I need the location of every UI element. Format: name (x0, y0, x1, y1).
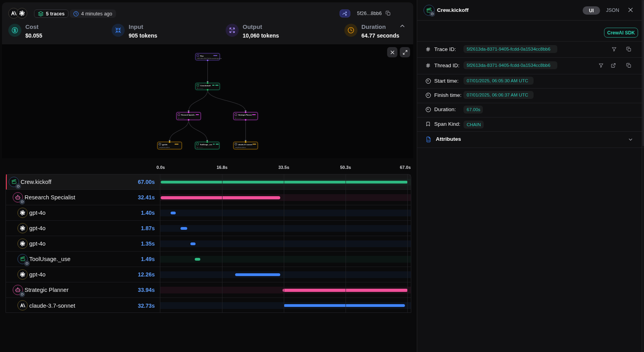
svg-text:ToolUsage._use: ToolUsage._use (200, 144, 213, 146)
svg-text:claude-3.7-sonnet: claude-3.7-sonnet (238, 144, 253, 146)
svg-text:a1b2c3d4-e5f6-47a8-the-wanderi: a1b2c3d4-e5f6-47a8-the-wandering-trace (197, 58, 222, 59)
svg-text:Research Speciali...: Research Speciali... (181, 114, 196, 116)
svg-text:◷ ———: ◷ ——— (178, 117, 184, 119)
svg-text:Crew.kickoff: Crew.kickoff (200, 85, 211, 87)
svg-text:completion-tokens: completion-tokens (159, 147, 170, 148)
svg-text:◷ ———: ◷ ——— (197, 87, 203, 89)
svg-text:◷ ———: ◷ ——— (197, 147, 203, 148)
svg-text:Strategic Planner: Strategic Planner (238, 114, 252, 116)
svg-text:◷ ———: ◷ ——— (235, 117, 241, 119)
svg-text:gpt-4o: gpt-4o (162, 144, 168, 146)
svg-text:completion-tokens: completion-tokens (235, 147, 246, 148)
svg-text:Run: Run (200, 55, 204, 57)
